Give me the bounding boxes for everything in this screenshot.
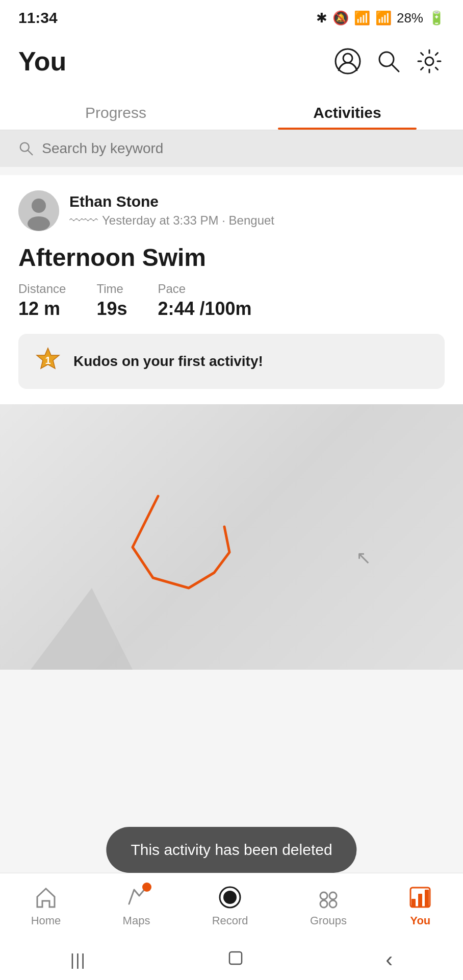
settings-button[interactable] <box>414 46 445 77</box>
you-icon <box>408 886 432 911</box>
system-nav-recent[interactable]: ||| <box>70 950 86 969</box>
svg-point-16 <box>320 900 327 908</box>
map-area: ↖ <box>0 404 463 670</box>
nav-groups-label: Groups <box>310 914 347 927</box>
page-title: You <box>18 46 66 77</box>
svg-point-14 <box>320 892 327 899</box>
activity-stats: Distance 12 m Time 19s Pace 2:44 /100m <box>18 282 445 320</box>
svg-point-17 <box>329 900 337 908</box>
svg-rect-20 <box>425 890 429 907</box>
svg-rect-22 <box>229 952 242 964</box>
user-details: Ethan Stone 〰〰 Yesterday at 3:33 PM · Be… <box>69 193 274 229</box>
maps-badge <box>142 883 151 892</box>
bottom-nav: Home Maps Record Groups <box>0 873 463 939</box>
svg-point-8 <box>32 199 46 213</box>
nav-record-label: Record <box>212 914 248 927</box>
battery-level: 28% <box>397 10 423 26</box>
groups-icon <box>317 886 340 911</box>
kudos-badge-icon: 1 <box>33 346 63 377</box>
stat-pace: Pace 2:44 /100m <box>158 282 251 320</box>
svg-point-9 <box>28 216 50 231</box>
svg-point-1 <box>343 54 352 63</box>
search-bar <box>0 130 463 167</box>
activity-title: Afternoon Swim <box>18 243 445 272</box>
svg-text:1: 1 <box>45 355 50 366</box>
stat-time: Time 19s <box>96 282 127 320</box>
system-nav-home[interactable] <box>226 949 245 971</box>
search-icon <box>18 140 34 157</box>
profile-button[interactable] <box>332 46 363 77</box>
svg-point-15 <box>329 892 337 899</box>
activity-card: Ethan Stone 〰〰 Yesterday at 3:33 PM · Be… <box>0 175 463 404</box>
nav-you-label: You <box>410 914 430 927</box>
activity-user-info: Ethan Stone 〰〰 Yesterday at 3:33 PM · Be… <box>18 190 445 231</box>
signal-icon: 📶 <box>375 10 392 26</box>
status-icons: ✱ 🔕 📶 📶 28% 🔋 <box>316 10 445 26</box>
battery-icon: 🔋 <box>428 10 445 26</box>
nav-maps-label: Maps <box>123 914 150 927</box>
svg-point-13 <box>223 891 237 904</box>
toast-notification: This activity has been deleted <box>106 827 356 873</box>
bluetooth-icon: ✱ <box>316 10 327 26</box>
search-input[interactable] <box>42 140 445 157</box>
nav-home-label: Home <box>31 914 61 927</box>
map-route <box>0 404 463 670</box>
svg-rect-19 <box>418 894 422 907</box>
svg-line-3 <box>392 64 399 71</box>
nav-you[interactable]: You <box>408 886 432 927</box>
system-nav-back[interactable]: ‹ <box>385 947 393 972</box>
header: You <box>0 36 463 92</box>
svg-point-4 <box>425 57 433 65</box>
user-meta: 〰〰 Yesterday at 3:33 PM · Benguet <box>69 212 274 229</box>
stat-distance: Distance 12 m <box>18 282 66 320</box>
user-avatar <box>18 190 59 231</box>
kudos-banner: 1 Kudos on your first activity! <box>18 334 445 389</box>
nav-record[interactable]: Record <box>212 886 248 927</box>
status-bar: 11:34 ✱ 🔕 📶 📶 28% 🔋 <box>0 0 463 36</box>
svg-line-6 <box>28 151 33 155</box>
svg-rect-18 <box>411 899 416 907</box>
tabs: Progress Activities <box>0 92 463 130</box>
nav-maps[interactable]: Maps <box>123 886 150 927</box>
tab-progress[interactable]: Progress <box>0 92 232 130</box>
search-button[interactable] <box>373 46 404 77</box>
tab-activities[interactable]: Activities <box>232 92 463 130</box>
home-icon <box>34 886 58 911</box>
system-nav: ||| ‹ <box>0 939 463 980</box>
nav-home[interactable]: Home <box>31 886 61 927</box>
record-icon <box>218 886 242 911</box>
nav-groups[interactable]: Groups <box>310 886 347 927</box>
wifi-icon: 📶 <box>354 10 370 26</box>
user-name: Ethan Stone <box>69 193 274 210</box>
status-time: 11:34 <box>18 9 58 27</box>
kudos-text: Kudos on your first activity! <box>73 353 263 370</box>
mute-icon: 🔕 <box>332 10 349 26</box>
maps-icon-wrapper <box>125 886 148 911</box>
header-actions <box>332 46 445 77</box>
cursor-indicator: ↖ <box>356 547 371 569</box>
swim-icon: 〰〰 <box>69 212 98 229</box>
